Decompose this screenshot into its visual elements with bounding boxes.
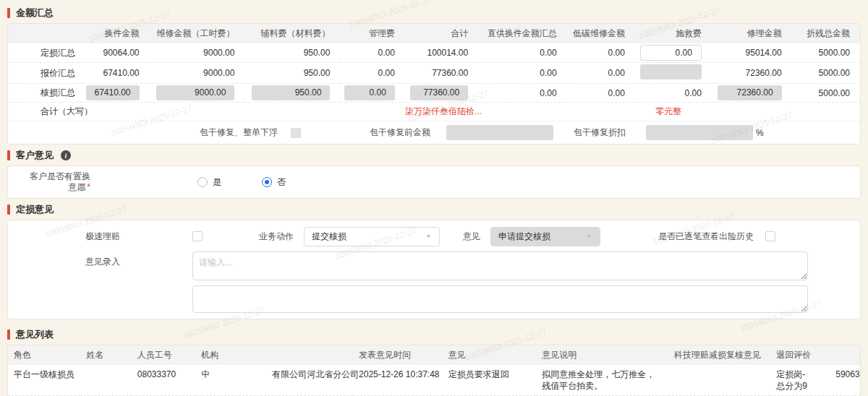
verify-parts-amount-disabled: 67410.00	[86, 85, 140, 100]
loss-parts-amount: 90064.00	[103, 48, 139, 58]
cell-time: 2025-12-26 10:37:48	[353, 365, 443, 396]
col-opinion: 意见	[443, 345, 537, 365]
amount-col-repair-labor: 维修金额（工时费）	[150, 24, 245, 43]
row-label: 核损汇总	[8, 84, 81, 103]
col-org: 机构	[195, 345, 353, 365]
col-description: 意见说明	[536, 345, 668, 365]
opinion-list-title: 意见列表	[7, 328, 861, 341]
cell-opinion: 定损员要求退回	[443, 365, 537, 396]
quote-repair-labor: 9000.00	[203, 68, 234, 78]
verify-direct-supply: 0.00	[540, 88, 556, 98]
amount-col-direct-supply: 直供换件金额汇总	[478, 24, 567, 43]
opinion-entry-textarea[interactable]	[192, 251, 808, 280]
row-label: 合计（大写）	[8, 103, 81, 121]
loss-repair-labor: 9000.00	[203, 48, 234, 58]
section-accent-bar	[7, 205, 10, 215]
cell-name	[80, 365, 132, 396]
section-accent-bar	[7, 8, 10, 18]
amount-col-empty	[8, 24, 81, 43]
amount-col-management: 管理费	[340, 24, 405, 43]
section-title-text: 金额汇总	[16, 7, 54, 20]
express-claim-label: 极速理赔	[85, 231, 192, 243]
history-checkbox[interactable]	[765, 231, 775, 241]
quote-materials: 950.00	[304, 68, 331, 78]
required-asterisk: *	[87, 182, 90, 192]
verify-rescue-fee: 0.00	[685, 88, 702, 98]
amount-summary-title: 金额汇总	[7, 7, 861, 20]
col-role: 角色	[8, 345, 80, 365]
opinion-list-table: 角色 姓名 人员工号 机构 发表意见时间 意见 意见说明 科技理赔减损复核意见 …	[8, 345, 860, 396]
discount-label: 包干修复折扣	[574, 126, 626, 139]
opinion-list-section: 意见列表 角色 姓名 人员工号 机构 发表意见时间 意见 意见说明	[7, 328, 861, 396]
business-action-label: 业务动作	[259, 231, 294, 243]
verify-materials-disabled: 950.00	[252, 85, 330, 100]
cell-return-eval: 定损岗-59063 )-被评 总分为9	[770, 365, 860, 396]
verify-repair-labor-disabled: 9000.00	[156, 85, 234, 100]
amount-col-parts: 换件金额	[81, 24, 149, 43]
row-label: 报价汇总	[8, 63, 81, 84]
quote-direct-supply: 0.00	[540, 68, 556, 78]
opinion-entry-row: 意见录入	[8, 251, 860, 280]
opinion-extra-row	[8, 285, 860, 313]
col-tech-review: 科技理赔减损复核意见	[668, 345, 770, 365]
col-name: 姓名	[80, 345, 132, 365]
amount-summary-section: 金额汇总 换件金额 维修金额（工时费） 辅料费（材料费） 管理费 合计	[7, 7, 861, 145]
rescue-amount-capital: 零元整	[655, 106, 681, 116]
table-row: 平台一级核损员 08033370 中有限公司河北省分公司 2025-12-26 …	[8, 365, 860, 396]
baogan-footer-row: 包干修复、整单下浮 包干修复前金额 包干修复折扣 %	[8, 121, 860, 144]
business-action-select[interactable]: 提交核损 ▼	[304, 227, 440, 246]
opinion-header-row: 角色 姓名 人员工号 机构 发表意见时间 意见 意见说明 科技理赔减损复核意见 …	[8, 345, 860, 365]
loss-opinion-section: 定损意见 极速理赔 业务动作 提交核损 ▼ 意见 申请提交核损 ▼ 是否已逐笔查…	[7, 203, 861, 319]
amount-summary-table: 换件金额 维修金额（工时费） 辅料费（材料费） 管理费 合计 直供换件金额汇总 …	[8, 24, 860, 121]
cell-role: 平台一级核损员	[8, 365, 80, 396]
baogan-checkbox	[291, 128, 301, 138]
cell-org: 中有限公司河北省分公司	[195, 365, 353, 396]
info-icon: i	[61, 150, 71, 160]
pre-amount-label: 包干修复前金额	[370, 126, 430, 139]
chevron-down-icon: ▼	[425, 233, 432, 239]
quote-parts-amount: 67410.00	[103, 68, 139, 78]
verify-total-disabled: 77360.00	[410, 85, 468, 100]
col-emp-id: 人员工号	[132, 345, 195, 365]
row-total-capital: 合计（大写） 柒万柒仟叁佰陆拾... 零元整	[8, 103, 860, 121]
radio-yes[interactable]	[197, 177, 208, 187]
col-return-eval: 退回评价	[770, 345, 860, 365]
chevron-down-icon: ▼	[586, 233, 592, 239]
radio-no-label[interactable]: 否	[277, 176, 286, 189]
quote-rescue-fee-input-disabled	[640, 64, 702, 79]
section-accent-bar	[7, 330, 10, 340]
loss-management: 0.00	[378, 48, 395, 58]
section-title-text: 客户意见	[16, 149, 54, 162]
customer-opinion-title: 客户意见 i	[7, 149, 861, 162]
row-quote-summary: 报价汇总 67410.00 9000.00 950.00 0.00 77360.…	[8, 63, 860, 84]
quote-low-carbon: 0.00	[608, 68, 625, 78]
section-title-text: 意见列表	[16, 328, 54, 341]
loss-opinion-title: 定损意见	[7, 203, 861, 216]
opinion-extra-textarea[interactable]	[192, 285, 808, 313]
amount-col-total: 合计	[405, 24, 478, 43]
history-check-label: 是否已逐笔查看出险历史	[658, 231, 754, 243]
total-amount-capital: 柒万柒仟叁佰陆拾...	[405, 106, 482, 116]
discount-input-disabled	[646, 125, 753, 140]
amount-col-low-carbon: 低碳维修金额	[567, 24, 635, 43]
opinion-select-disabled: 申请提交核损 ▼	[490, 227, 600, 246]
quote-management: 0.00	[378, 68, 395, 78]
amount-header-row: 换件金额 维修金额（工时费） 辅料费（材料费） 管理费 合计 直供换件金额汇总 …	[8, 24, 860, 43]
opinion-label: 意见	[463, 231, 480, 243]
opinion-entry-label: 意见录入	[85, 251, 192, 268]
loss-total: 100014.00	[427, 48, 468, 58]
replace-intent-question: 客户是否有置换意愿*	[22, 171, 90, 193]
radio-no[interactable]	[262, 177, 272, 187]
loss-salvage-total: 5000.00	[819, 48, 850, 58]
verify-low-carbon: 0.00	[608, 88, 625, 98]
quote-repair-amount: 72360.00	[746, 68, 782, 78]
col-time: 发表意见时间	[353, 345, 443, 365]
radio-yes-label[interactable]: 是	[213, 176, 221, 189]
percent-sign: %	[756, 128, 764, 138]
cell-tech-review	[668, 365, 770, 396]
express-claim-checkbox[interactable]	[192, 231, 203, 241]
loss-rescue-fee-input[interactable]: 0.00	[640, 45, 702, 61]
verify-salvage-total: 5000.00	[819, 88, 850, 98]
amount-col-salvage: 折残总金额	[792, 24, 860, 43]
row-label: 定损汇总	[8, 43, 81, 63]
